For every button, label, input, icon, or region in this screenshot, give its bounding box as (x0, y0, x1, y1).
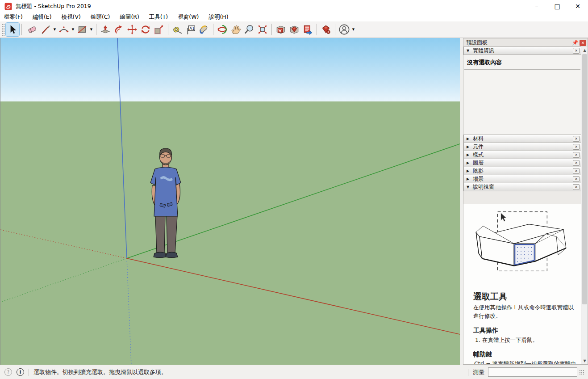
account-icon (338, 24, 350, 35)
move-icon (127, 24, 138, 35)
pan-hand-icon (230, 24, 241, 35)
menu-bar: 檔案(F) 編輯(E) 檢視(V) 鏡頭(C) 繪圖(R) 工具(T) 視窗(W… (0, 13, 588, 21)
scrollbar-thumb[interactable] (582, 54, 587, 304)
orbit-tool-button[interactable] (216, 23, 229, 36)
arc-tool-dropdown[interactable]: ▼ (71, 23, 75, 36)
menu-item-window[interactable]: 視窗(W) (178, 13, 199, 21)
scale-tool-button[interactable] (152, 23, 166, 36)
extension-warehouse-button[interactable] (288, 23, 301, 36)
scroll-up-icon[interactable]: ▲ (581, 47, 588, 54)
measurements-input[interactable] (488, 367, 577, 377)
push-pull-icon (100, 24, 111, 35)
section-close-icon[interactable]: ✕ (573, 144, 580, 150)
chevron-down-icon: ▼ (467, 185, 473, 189)
modeling-viewport[interactable] (0, 38, 460, 365)
follow-me-icon (113, 24, 124, 35)
arc-icon (58, 24, 69, 35)
rotate-icon (140, 24, 151, 35)
tray-sections: ▼ 實體資訊 ✕ 沒有選取內容 ▶ 材料 ✕ ▶ 元件 ✕ ▶ 樣式 ✕ (463, 47, 581, 364)
geolocation-status-icon[interactable]: ? (4, 368, 12, 376)
pencil-icon (40, 24, 51, 35)
resize-grip[interactable] (579, 370, 584, 375)
line-tool-button[interactable] (39, 23, 52, 36)
text-icon: A1 (185, 24, 196, 35)
line-tool-dropdown[interactable]: ▼ (52, 23, 57, 36)
menu-item-camera[interactable]: 鏡頭(C) (91, 13, 110, 21)
eraser-icon (27, 24, 38, 35)
section-components[interactable]: ▶ 元件 ✕ (463, 143, 581, 151)
section-close-icon[interactable]: ✕ (573, 176, 580, 182)
select-tool-button[interactable] (6, 23, 19, 36)
send-to-layout-icon (302, 24, 313, 35)
window-title: 無標題 - SketchUp Pro 2019 (16, 3, 91, 10)
extension-manager-button[interactable] (319, 23, 333, 36)
paint-bucket-tool-button[interactable] (197, 23, 211, 36)
menu-item-view[interactable]: 檢視(V) (62, 13, 81, 21)
chevron-right-icon: ▶ (467, 145, 473, 149)
section-layers[interactable]: ▶ 圖層 ✕ (463, 159, 581, 167)
follow-me-tool-button[interactable] (112, 23, 125, 36)
rotate-tool-button[interactable] (139, 23, 152, 36)
push-pull-tool-button[interactable] (99, 23, 112, 36)
account-dropdown[interactable]: ▼ (351, 23, 356, 36)
sketchup-window: 無標題 - SketchUp Pro 2019 – □ ✕ 檔案(F) 編輯(E… (0, 0, 588, 379)
account-button[interactable] (338, 23, 351, 36)
instructor-modifier-heading: 輔助鍵 (473, 350, 577, 358)
chevron-right-icon: ▶ (467, 177, 473, 181)
3d-warehouse-icon (275, 24, 286, 35)
panel-splitter[interactable] (460, 38, 463, 365)
rectangle-tool-dropdown[interactable]: ▼ (89, 23, 94, 36)
send-to-layout-button[interactable] (301, 23, 314, 36)
chevron-right-icon: ▶ (467, 153, 473, 157)
select-arrow-icon (7, 24, 18, 35)
zoom-extents-tool-button[interactable] (256, 23, 269, 36)
panel-scrollbar[interactable]: ▲ ▼ (581, 47, 588, 364)
toolbar-grip[interactable] (1, 23, 4, 36)
panel-close-button[interactable]: ✕ (580, 40, 586, 46)
section-styles[interactable]: ▶ 樣式 ✕ (463, 151, 581, 159)
title-bar: 無標題 - SketchUp Pro 2019 – □ ✕ (0, 0, 588, 13)
minimize-button[interactable]: – (526, 0, 547, 13)
zoom-tool-button[interactable] (242, 23, 256, 36)
section-close-icon[interactable]: ✕ (573, 168, 580, 174)
chevron-down-icon: ▼ (467, 49, 473, 53)
ground (0, 101, 460, 365)
panel-title-bar[interactable]: 預設面板 📌 ✕ (463, 38, 588, 47)
menu-item-help[interactable]: 說明(H) (209, 13, 228, 21)
chevron-right-icon: ▶ (467, 161, 473, 165)
eraser-tool-button[interactable] (25, 23, 39, 36)
info-status-icon[interactable]: i (17, 368, 24, 376)
measurements-label: 測量 (473, 368, 484, 376)
move-tool-button[interactable] (125, 23, 139, 36)
instructor-operation-step: 1. 在實體上按一下滑鼠。 (475, 336, 577, 345)
section-scenes[interactable]: ▶ 場景 ✕ (463, 175, 581, 183)
rectangle-tool-button[interactable] (75, 23, 89, 36)
section-entity-info[interactable]: ▼ 實體資訊 ✕ (463, 46, 581, 55)
text-tool-button[interactable]: A1 (184, 23, 197, 36)
section-shadows[interactable]: ▶ 陰影 ✕ (463, 167, 581, 175)
menu-item-edit[interactable]: 編輯(E) (33, 13, 52, 21)
pan-tool-button[interactable] (229, 23, 242, 36)
maximize-button[interactable]: □ (547, 0, 567, 13)
instructor-illustration (463, 204, 581, 287)
section-close-icon[interactable]: ✕ (573, 152, 580, 158)
menu-item-draw[interactable]: 繪圖(R) (120, 13, 139, 21)
menu-item-file[interactable]: 檔案(F) (4, 13, 23, 21)
menu-item-tools[interactable]: 工具(T) (149, 13, 168, 21)
section-instructor[interactable]: ▼ 說明視窗 ✕ (463, 183, 581, 191)
status-hint: 選取物件。切換到擴充選取。拖曳滑鼠以選取多項。 (33, 368, 167, 376)
tape-measure-tool-button[interactable] (171, 23, 184, 36)
section-close-icon[interactable]: ✕ (573, 184, 580, 190)
pin-icon[interactable]: 📌 (572, 40, 578, 46)
extension-warehouse-icon (289, 24, 300, 35)
section-close-icon[interactable]: ✕ (573, 160, 580, 166)
3d-warehouse-button[interactable] (274, 23, 288, 36)
section-close-icon[interactable]: ✕ (573, 48, 580, 54)
arc-tool-button[interactable] (57, 23, 71, 36)
section-materials[interactable]: ▶ 材料 ✕ (463, 135, 581, 143)
section-close-icon[interactable]: ✕ (573, 136, 580, 142)
close-button[interactable]: ✕ (567, 0, 588, 13)
scroll-down-icon[interactable]: ▼ (581, 358, 588, 364)
status-bar: ? i 選取物件。切換到擴充選取。拖曳滑鼠以選取多項。 測量 (0, 365, 588, 379)
instructor-title: 選取工具 (473, 291, 577, 303)
